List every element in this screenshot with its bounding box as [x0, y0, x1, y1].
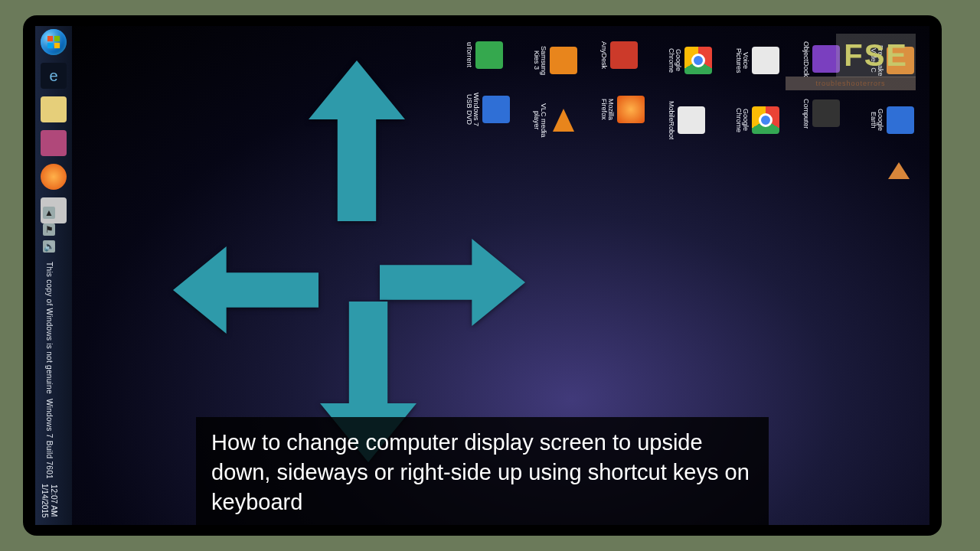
desktop-screen[interactable]: e ▲ ⚑ 🔊 This copy of Windows is not genu…: [35, 26, 929, 525]
app-icon: [752, 47, 779, 74]
app-icon: [678, 106, 705, 134]
desktop-icon-label: Mozilla Firefox: [600, 90, 614, 129]
video-caption: How to change computer display screen to…: [196, 417, 769, 525]
desktop-icon-label: VLC media player: [533, 101, 547, 139]
app-icon: [812, 99, 840, 127]
desktop-icon-label: Google Chrome: [735, 101, 749, 139]
app-icon: [617, 96, 645, 123]
taskbar-app-icon[interactable]: [41, 130, 67, 156]
windows-watermark: This copy of Windows is not genuine: [44, 262, 54, 394]
desktop-icon-label: uTorrent: [466, 42, 472, 67]
app-icon: [752, 106, 779, 134]
desktop-icon-label: Computer: [802, 99, 809, 129]
desktop-icon[interactable]: uTorrent: [466, 41, 510, 69]
arrow-left-icon: [173, 240, 318, 340]
start-button[interactable]: [41, 29, 67, 55]
desktop-icon-label: Google Chrome: [668, 41, 681, 80]
desktop-icon[interactable]: Google Earth: [870, 101, 914, 139]
desktop-icon[interactable]: Mozilla Firefox: [600, 90, 645, 129]
app-icon: [550, 47, 577, 74]
desktop-icon-label: Samsung Kies 3: [533, 41, 547, 80]
desktop-icon[interactable]: Windows 7 USB DVD: [466, 90, 510, 129]
svg-rect-1: [54, 36, 60, 41]
desktop-icon[interactable]: Samsung Kies 3: [533, 41, 577, 80]
tray-volume-icon[interactable]: 🔊: [43, 240, 55, 253]
app-icon: [610, 41, 638, 69]
app-icon: [553, 109, 574, 132]
desktop-icon[interactable]: Google Chrome: [735, 101, 779, 139]
app-icon: [475, 41, 503, 69]
taskbar-clock[interactable]: 12:07 AM 1/14/2015: [40, 484, 58, 518]
app-icon: [887, 106, 914, 134]
tray-network-icon[interactable]: ⚑: [43, 223, 55, 236]
svg-rect-0: [47, 36, 53, 41]
desktop-icon-label: Google Earth: [870, 101, 884, 139]
desktop-icon[interactable]: Google Chrome: [668, 41, 712, 80]
desktop-icon-label: MobileRobot: [668, 101, 675, 139]
tray-icon[interactable]: ▲: [43, 207, 55, 219]
triangle-icon: [888, 162, 910, 179]
clock-date: 1/14/2015: [41, 484, 49, 518]
app-icon: [482, 96, 510, 123]
desktop-icon[interactable]: Voice Pictures: [735, 41, 779, 80]
arrow-up-icon: [303, 60, 410, 221]
taskbar-explorer-icon[interactable]: [41, 96, 67, 122]
tray-icons[interactable]: ▲ ⚑ 🔊: [43, 207, 55, 253]
windows-logo-icon: [47, 35, 60, 49]
clock-time: 12:07 AM: [50, 484, 58, 517]
brand-watermark: FSE: [836, 34, 916, 77]
desktop-icon-label: ObjectDock: [802, 41, 809, 77]
desktop-icon[interactable]: MobileRobot: [668, 101, 712, 139]
system-tray: ▲ ⚑ 🔊 This copy of Windows is not genuin…: [40, 207, 58, 517]
desktop-icon-label: Voice Pictures: [735, 41, 749, 80]
desktop-icon-label: Windows 7 USB DVD: [466, 90, 479, 129]
desktop-icon[interactable]: VLC media player: [533, 101, 577, 139]
windows-build: Windows 7 Build 7601: [44, 399, 54, 479]
desktop-icon-label: AnyDesk: [600, 41, 607, 69]
svg-rect-3: [54, 43, 60, 48]
taskbar-ie-icon[interactable]: e: [41, 63, 67, 89]
brand-subtitle: troubleshooterrors: [786, 77, 916, 90]
svg-rect-2: [47, 43, 53, 48]
monitor-frame: e ▲ ⚑ 🔊 This copy of Windows is not genu…: [23, 15, 942, 536]
taskbar-firefox-icon[interactable]: [41, 164, 67, 190]
desktop-icon[interactable]: AnyDesk: [600, 41, 645, 69]
desktop-icon[interactable]: Computer: [802, 99, 847, 129]
app-icon: [684, 47, 712, 74]
